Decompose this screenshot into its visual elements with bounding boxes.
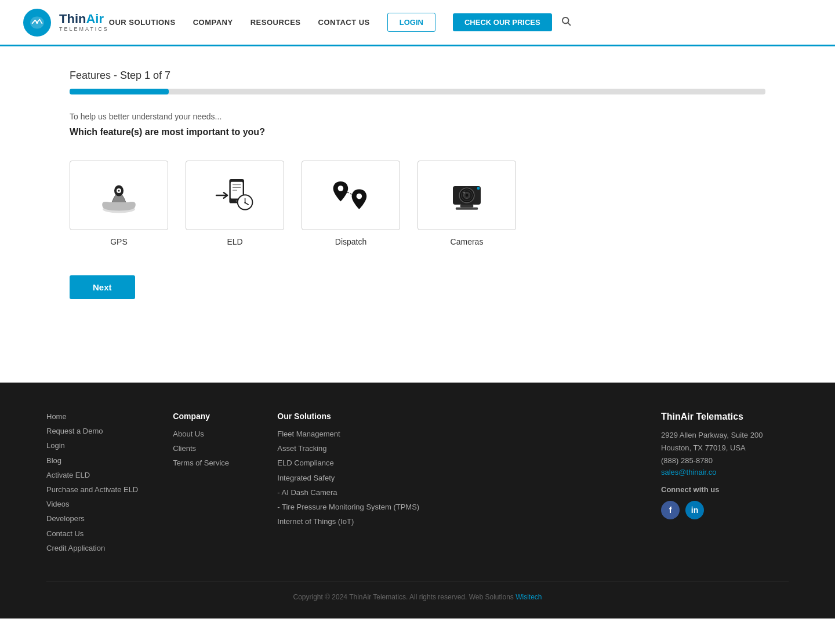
gps-card-box[interactable] xyxy=(70,161,168,230)
footer-link-asset[interactable]: Asset Tracking xyxy=(277,443,419,454)
check-prices-button[interactable]: CHECK OUR PRICES xyxy=(453,13,552,31)
eld-icon xyxy=(212,172,258,219)
social-icons: f in xyxy=(661,501,789,519)
dispatch-card-box[interactable] xyxy=(302,161,400,230)
nav-contact-us[interactable]: CONTACT US xyxy=(318,18,370,27)
svg-line-2 xyxy=(568,23,570,25)
cameras-icon xyxy=(444,172,490,219)
logo-tagline: TELEMATICS xyxy=(59,27,109,32)
footer-top: Home Request a Demo Login Blog Activate … xyxy=(46,412,789,558)
next-button[interactable]: Next xyxy=(70,275,135,299)
footer-link-fleet[interactable]: Fleet Management xyxy=(277,429,419,439)
feature-cards: GPS xyxy=(70,161,765,246)
footer-col-solutions: Our Solutions Fleet Management Asset Tra… xyxy=(277,412,419,558)
footer-link-purchase-eld[interactable]: Purchase and Activate ELD xyxy=(46,485,138,495)
wisitech-link[interactable]: Wisitech xyxy=(515,593,542,601)
footer-col-general: Home Request a Demo Login Blog Activate … xyxy=(46,412,138,558)
eld-card-box[interactable] xyxy=(186,161,284,230)
copyright-text: Copyright © 2024 ThinAir Telematics. All… xyxy=(293,593,513,601)
login-button[interactable]: LOGIN xyxy=(387,13,435,32)
subtitle: To help us better understand your needs.… xyxy=(70,112,765,121)
footer-link-activate-eld[interactable]: Activate ELD xyxy=(46,470,138,481)
dispatch-label: Dispatch xyxy=(335,237,366,246)
footer-email[interactable]: sales@thinair.co xyxy=(661,468,717,476)
footer-link-blog[interactable]: Blog xyxy=(46,456,138,466)
logo[interactable]: Thin Air TELEMATICS xyxy=(23,9,109,37)
eld-label: ELD xyxy=(227,237,242,246)
footer-contact-title: ThinAir Telematics xyxy=(661,412,789,422)
footer-link-integrated-safety[interactable]: Integrated Safety xyxy=(277,473,419,483)
logo-air: Air xyxy=(86,12,104,26)
main-content: Features - Step 1 of 7 To help us better… xyxy=(0,46,835,383)
step-title: Features - Step 1 of 7 xyxy=(70,70,765,82)
gps-icon xyxy=(96,172,142,219)
nav-links: OUR SOLUTIONS COMPANY RESOURCES CONTACT … xyxy=(109,13,552,32)
cameras-card-box[interactable] xyxy=(418,161,516,230)
footer-link-videos[interactable]: Videos xyxy=(46,499,138,510)
svg-point-25 xyxy=(463,192,465,194)
footer-link-iot[interactable]: Internet of Things (IoT) xyxy=(277,516,419,527)
svg-point-24 xyxy=(466,194,469,197)
svg-rect-27 xyxy=(456,208,478,210)
progress-bar-wrap xyxy=(70,89,765,94)
footer: Home Request a Demo Login Blog Activate … xyxy=(0,383,835,618)
progress-bar xyxy=(70,89,169,94)
footer-solutions-title: Our Solutions xyxy=(277,412,419,421)
nav-resources[interactable]: RESOURCES xyxy=(251,18,301,27)
footer-link-home[interactable]: Home xyxy=(46,412,138,422)
svg-point-0 xyxy=(36,21,38,23)
footer-link-credit[interactable]: Credit Application xyxy=(46,543,138,554)
logo-svg xyxy=(29,14,45,31)
footer-link-login[interactable]: Login xyxy=(46,441,138,451)
footer-phone: (888) 285-8780 xyxy=(661,454,789,467)
footer-bottom: Copyright © 2024 ThinAir Telematics. All… xyxy=(46,581,789,601)
footer-address: 2929 Allen Parkway, Suite 200 xyxy=(661,429,789,442)
svg-line-19 xyxy=(347,192,353,195)
svg-point-28 xyxy=(477,187,480,190)
svg-point-17 xyxy=(338,185,344,191)
footer-city: Houston, TX 77019, USA xyxy=(661,442,789,454)
logo-text: Thin Air TELEMATICS xyxy=(59,12,109,32)
footer-col-company: Company About Us Clients Terms of Servic… xyxy=(173,412,242,558)
facebook-icon[interactable]: f xyxy=(661,501,680,519)
svg-point-6 xyxy=(118,190,119,191)
footer-link-terms[interactable]: Terms of Service xyxy=(173,458,242,468)
svg-point-16 xyxy=(244,202,245,203)
dispatch-icon xyxy=(328,172,374,219)
cameras-label: Cameras xyxy=(451,237,484,246)
footer-link-ai-dash[interactable]: - AI Dash Camera xyxy=(277,487,419,498)
nav-our-solutions[interactable]: OUR SOLUTIONS xyxy=(109,18,176,27)
search-icon[interactable] xyxy=(561,16,571,29)
nav-company[interactable]: COMPANY xyxy=(193,18,233,27)
footer-link-tpms[interactable]: - Tire Pressure Monitoring System (TPMS) xyxy=(277,502,419,512)
question: Which feature(s) are most important to y… xyxy=(70,127,765,137)
feature-card-dispatch[interactable]: Dispatch xyxy=(302,161,400,246)
svg-point-18 xyxy=(357,194,362,199)
footer-link-demo[interactable]: Request a Demo xyxy=(46,426,138,436)
logo-icon xyxy=(23,9,51,37)
footer-company-title: Company xyxy=(173,412,242,421)
footer-link-contact[interactable]: Contact Us xyxy=(46,529,138,539)
feature-card-cameras[interactable]: Cameras xyxy=(418,161,516,246)
footer-connect-label: Connect with us xyxy=(661,483,789,496)
navbar: Thin Air TELEMATICS OUR SOLUTIONS COMPAN… xyxy=(0,0,835,46)
footer-contact: ThinAir Telematics 2929 Allen Parkway, S… xyxy=(661,412,789,558)
footer-link-about[interactable]: About Us xyxy=(173,429,242,439)
footer-link-developers[interactable]: Developers xyxy=(46,514,138,524)
feature-card-gps[interactable]: GPS xyxy=(70,161,168,246)
gps-label: GPS xyxy=(110,237,128,246)
footer-link-clients[interactable]: Clients xyxy=(173,443,242,454)
svg-rect-26 xyxy=(460,205,473,208)
linkedin-icon[interactable]: in xyxy=(685,501,704,519)
logo-thin: Thin xyxy=(59,12,86,26)
feature-card-eld[interactable]: ELD xyxy=(186,161,284,246)
footer-link-eld-comp[interactable]: ELD Compliance xyxy=(277,458,419,468)
